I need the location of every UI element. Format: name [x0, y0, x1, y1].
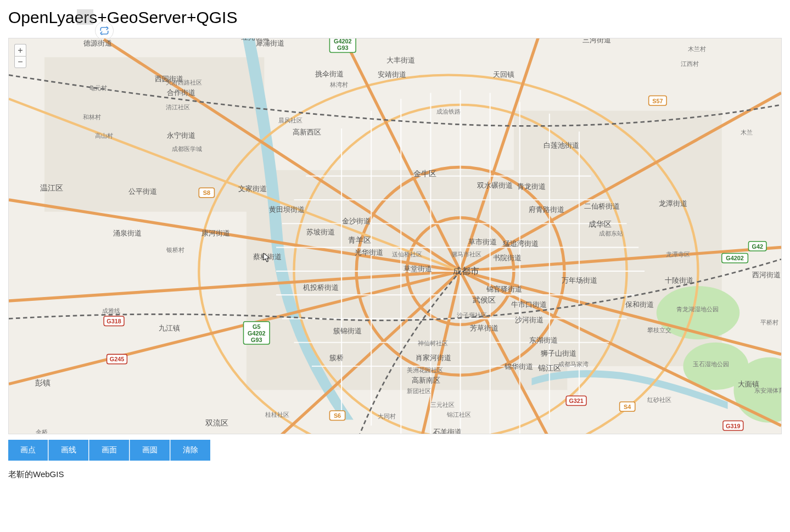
svg-text:美洲花园社区: 美洲花园社区 [407, 367, 443, 373]
svg-text:玉石湿地公园: 玉石湿地公园 [693, 361, 729, 367]
svg-text:龙潭寺区: 龙潭寺区 [666, 251, 690, 257]
svg-text:G4202: G4202 [248, 330, 265, 337]
svg-text:文家街道: 文家街道 [238, 184, 267, 193]
svg-text:公平街道: 公平街道 [128, 187, 157, 195]
svg-text:攀枝立交: 攀枝立交 [647, 327, 671, 333]
svg-text:双水碾街道: 双水碾街道 [477, 181, 513, 189]
svg-text:府青路街道: 府青路街道 [529, 205, 564, 214]
svg-text:S6: S6 [334, 412, 341, 419]
svg-text:金沙街道: 金沙街道 [342, 217, 371, 225]
svg-text:S57: S57 [652, 98, 663, 104]
svg-text:草市街道: 草市街道 [468, 238, 497, 246]
svg-text:三河街道: 三河街道 [582, 38, 611, 44]
svg-text:机投桥街道: 机投桥街道 [303, 283, 339, 292]
draw-circle-button[interactable]: 画圆 [130, 440, 170, 461]
svg-text:蔡桥街道: 蔡桥街道 [253, 253, 282, 261]
svg-text:G245: G245 [110, 356, 124, 362]
svg-text:温江区: 温江区 [40, 183, 63, 192]
svg-text:银桥村: 银桥村 [166, 247, 184, 253]
svg-text:沙子堰社区: 沙子堰社区 [457, 312, 487, 318]
svg-text:草堂街道: 草堂街道 [404, 265, 432, 273]
svg-text:光华街道: 光华街道 [355, 248, 383, 256]
svg-text:青羊区: 青羊区 [348, 236, 371, 244]
svg-text:彭镇: 彭镇 [35, 378, 51, 387]
svg-text:簇锦街道: 簇锦街道 [333, 327, 362, 335]
svg-text:送仙桥社区: 送仙桥社区 [392, 251, 422, 257]
svg-text:红光街道: 红光街道 [241, 38, 270, 41]
svg-text:大同村: 大同村 [378, 413, 396, 419]
svg-text:木兰: 木兰 [741, 129, 753, 136]
draw-line-button[interactable]: 画线 [48, 440, 88, 461]
svg-text:成渝铁路: 成渝铁路 [436, 108, 461, 115]
clear-button[interactable]: 清除 [170, 440, 210, 461]
svg-text:盛兴社区: 盛兴社区 [432, 432, 456, 434]
svg-text:涌泉街道: 涌泉街道 [113, 229, 142, 237]
svg-text:大丰街道: 大丰街道 [386, 56, 415, 64]
svg-text:西河街道: 西河街道 [752, 271, 781, 279]
svg-text:三元社区: 三元社区 [430, 401, 455, 408]
svg-text:G319: G319 [726, 423, 740, 429]
svg-text:狮子山街道: 狮子山街道 [541, 349, 576, 357]
svg-text:天回镇: 天回镇 [493, 70, 514, 79]
svg-text:成华区: 成华区 [589, 220, 612, 228]
svg-text:德源街道: 德源街道 [83, 39, 112, 47]
svg-text:黄田坝街道: 黄田坝街道 [269, 205, 305, 214]
svg-text:G321: G321 [569, 397, 583, 404]
zoom-controls: + − [14, 44, 26, 68]
svg-text:龟元村: 龟元村 [89, 85, 107, 91]
svg-text:二仙桥街道: 二仙桥街道 [584, 202, 620, 210]
svg-text:双流区: 双流区 [205, 418, 228, 427]
svg-text:清江社区: 清江社区 [166, 104, 190, 110]
svg-text:木兰村: 木兰村 [688, 46, 706, 52]
svg-text:江西村: 江西村 [681, 60, 699, 67]
map-viewport[interactable]: G5G4202G93 G5G4202G93 S8 G42 G4202 S4 S6… [8, 38, 782, 434]
svg-text:高新南区: 高新南区 [412, 376, 440, 384]
svg-text:成都马家湾: 成都马家湾 [558, 361, 589, 367]
svg-text:万年场街道: 万年场街道 [562, 277, 597, 285]
svg-text:S8: S8 [203, 189, 210, 196]
svg-text:成都医学城: 成都医学城 [172, 145, 202, 152]
svg-text:G93: G93 [251, 337, 262, 343]
draw-point-button[interactable]: 画点 [8, 440, 48, 461]
svg-text:高山村: 高山村 [95, 132, 113, 139]
svg-text:神仙树社区: 神仙树社区 [418, 340, 448, 346]
svg-text:G42: G42 [752, 243, 763, 250]
svg-text:猛追湾街道: 猛追湾街道 [503, 239, 539, 248]
svg-text:桂桂社区: 桂桂社区 [265, 411, 289, 418]
svg-text:东湖街道: 东湖街道 [529, 336, 558, 344]
svg-text:十陵街道: 十陵街道 [665, 277, 693, 285]
svg-text:龙潭街道: 龙潭街道 [659, 199, 687, 208]
svg-text:天府西路社区: 天府西路社区 [166, 79, 202, 86]
svg-text:书院街道: 书院街道 [493, 254, 522, 262]
svg-text:金牛区: 金牛区 [413, 169, 436, 178]
svg-text:安靖街道: 安靖街道 [378, 70, 406, 79]
svg-text:G93: G93 [337, 44, 348, 51]
svg-text:锦江区: 锦江区 [537, 363, 561, 372]
svg-text:沙河街道: 沙河街道 [515, 316, 544, 324]
svg-text:合作街道: 合作街道 [167, 88, 195, 97]
loop-icon [95, 21, 114, 40]
svg-text:永宁街道: 永宁街道 [167, 131, 195, 139]
map-canvas[interactable]: G5G4202G93 G5G4202G93 S8 G42 G4202 S4 S6… [9, 38, 781, 434]
svg-text:挑伞街道: 挑伞街道 [315, 70, 344, 78]
svg-text:S4: S4 [624, 404, 631, 410]
svg-text:保和街道: 保和街道 [625, 300, 654, 309]
svg-text:青龙街道: 青龙街道 [517, 182, 546, 191]
svg-text:牛市口街道: 牛市口街道 [511, 300, 547, 309]
svg-text:锦华街道: 锦华街道 [504, 362, 533, 371]
svg-text:红砂社区: 红砂社区 [647, 396, 671, 403]
svg-text:和林村: 和林村 [83, 114, 101, 120]
svg-text:高新西区: 高新西区 [293, 128, 321, 136]
svg-text:G5: G5 [253, 323, 260, 330]
svg-text:金桥: 金桥 [36, 429, 48, 434]
draw-polygon-button[interactable]: 画面 [89, 440, 129, 461]
svg-text:G4202: G4202 [334, 38, 351, 44]
zoom-in-button[interactable]: + [14, 44, 26, 56]
svg-text:平桥村: 平桥村 [760, 319, 778, 326]
svg-text:武侯区: 武侯区 [473, 295, 496, 304]
svg-text:新团社区: 新团社区 [407, 388, 431, 394]
svg-text:青龙湖湿地公园: 青龙湖湿地公园 [676, 306, 719, 312]
svg-text:成雅线: 成雅线 [102, 307, 120, 314]
zoom-out-button[interactable]: − [14, 56, 26, 68]
svg-text:苏坡街道: 苏坡街道 [306, 228, 335, 236]
